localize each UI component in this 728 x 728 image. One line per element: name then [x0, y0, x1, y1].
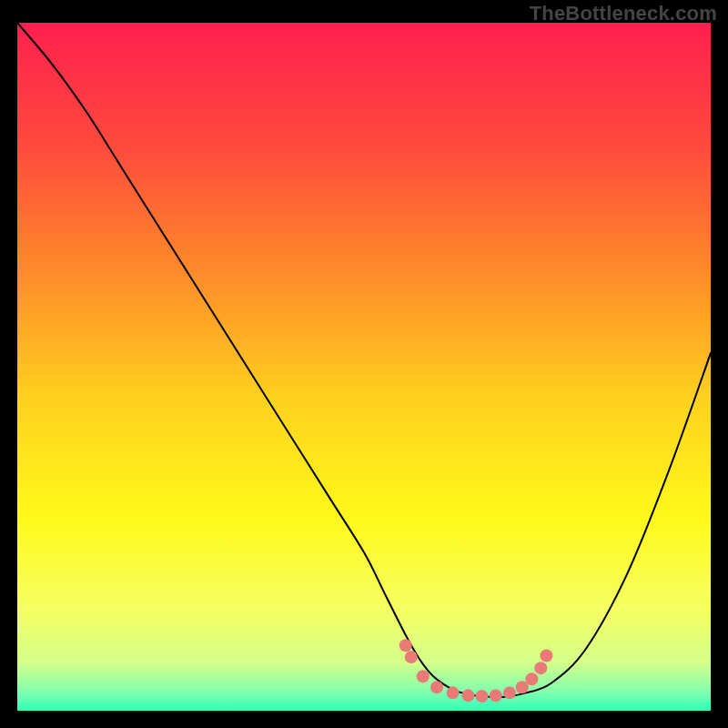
bead-marker: [405, 651, 418, 663]
bead-marker: [540, 650, 552, 662]
bead-marker: [430, 681, 443, 693]
bead-marker: [534, 662, 547, 674]
bead-marker: [476, 690, 489, 703]
bead-marker: [525, 672, 538, 685]
bead-marker: [461, 689, 474, 702]
bead-marker: [447, 686, 460, 699]
curve-path: [17, 23, 711, 697]
bead-marker: [490, 689, 502, 702]
plot-area: [17, 23, 711, 711]
bottleneck-curve: [17, 23, 711, 711]
bead-marker: [417, 670, 430, 682]
bead-marker: [516, 681, 529, 693]
bead-marker: [399, 639, 412, 652]
chart-frame: TheBottleneck.com: [0, 0, 728, 728]
bead-marker: [503, 686, 516, 699]
